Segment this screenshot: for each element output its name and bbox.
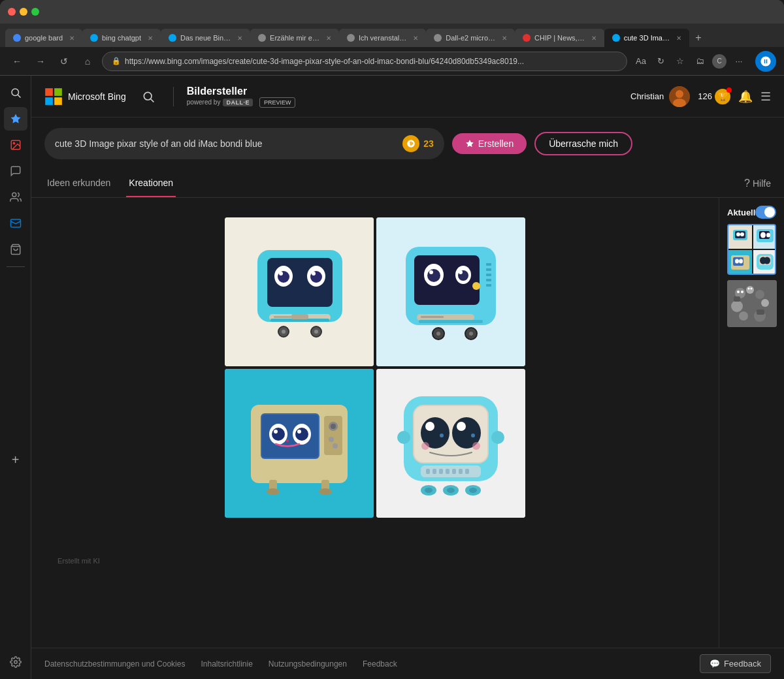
sidebar-shopping-icon[interactable]	[4, 238, 27, 261]
maximize-button[interactable]	[31, 8, 39, 16]
tab-kreationen[interactable]: Kreationen	[126, 170, 176, 197]
notification-bell-icon[interactable]: 🔔	[738, 89, 753, 104]
svg-point-64	[295, 428, 308, 441]
close-button[interactable]	[8, 8, 16, 16]
user-avatar[interactable]	[669, 86, 690, 107]
footer-feedback-link[interactable]: Feedback	[363, 659, 397, 669]
search-bar-section: cute 3D Image pixar style of an old iMac…	[31, 118, 784, 170]
collections-icon[interactable]: 🗂	[691, 53, 708, 70]
svg-point-138	[748, 288, 750, 290]
svg-point-132	[739, 311, 748, 321]
tab-close-icon[interactable]: ✕	[591, 35, 596, 42]
ueberrasche-button[interactable]: Überrasche mich	[534, 132, 632, 155]
svg-point-7	[14, 661, 17, 664]
svg-point-3	[13, 142, 14, 144]
svg-rect-40	[486, 279, 491, 281]
help-link[interactable]: ? Hilfe	[744, 178, 771, 189]
feedback-button[interactable]: 💬 Feedback	[700, 654, 771, 673]
tab-ideen-label: Ideen erkunden	[47, 178, 110, 188]
back-button[interactable]: ←	[8, 52, 26, 71]
gallery-main: Erstellt mit KI	[31, 198, 719, 648]
erstellen-button[interactable]: Erstellen	[452, 133, 527, 154]
tab-erzahle[interactable]: Erzähle mir e… ✕	[250, 29, 339, 47]
svg-point-118	[735, 259, 739, 264]
trophy-notification-dot	[727, 87, 732, 93]
coin-count: 23	[423, 138, 434, 149]
hamburger-menu-icon[interactable]: ☰	[760, 89, 771, 104]
image-cell-4[interactable]	[376, 369, 525, 518]
thumb-1[interactable]	[728, 225, 752, 249]
tab-close-icon[interactable]: ✕	[148, 35, 153, 42]
sidebar-outlook-icon[interactable]	[4, 212, 27, 235]
sidebar-images-icon[interactable]	[4, 133, 27, 157]
sidebar-copilot-icon[interactable]	[4, 107, 27, 131]
tab-close-icon[interactable]: ✕	[502, 35, 507, 42]
thumb-4[interactable]	[753, 250, 776, 274]
previous-generation-thumbnail[interactable]	[727, 280, 777, 327]
svg-point-102	[425, 488, 433, 493]
tab-google-bard[interactable]: google bard ✕	[5, 29, 82, 47]
search-button[interactable]	[137, 85, 160, 108]
tab-bing-chatgpt[interactable]: bing chatgpt ✕	[82, 29, 161, 47]
svg-point-56	[469, 332, 473, 336]
minimize-button[interactable]	[20, 8, 27, 16]
footer-terms[interactable]: Nutzungsbedingungen	[269, 659, 347, 669]
refresh-page-icon[interactable]: ↻	[652, 53, 669, 70]
tab-close-icon[interactable]: ✕	[237, 35, 242, 42]
footer: Datenschutzbestimmungen und Cookies Inha…	[31, 648, 784, 679]
forward-button[interactable]: →	[31, 52, 50, 71]
svg-rect-37	[486, 263, 491, 266]
thumbnail-grid[interactable]	[727, 224, 776, 275]
sidebar-add-icon[interactable]: +	[4, 449, 27, 472]
home-button[interactable]: ⌂	[78, 52, 97, 71]
svg-point-96	[491, 431, 504, 444]
svg-point-97	[421, 442, 429, 450]
sidebar-people-icon[interactable]	[4, 185, 27, 209]
url-bar[interactable]: 🔒 https://www.bing.com/images/create/cut…	[102, 52, 627, 71]
tab-das-neue-bing[interactable]: Das neue Bin… ✕	[161, 29, 250, 47]
image-cell-3[interactable]	[225, 369, 374, 518]
tab-ideen-erkunden[interactable]: Ideen erkunden	[44, 170, 113, 197]
tab-chip[interactable]: CHIP | News,… ✕	[515, 29, 604, 47]
tab-close-icon[interactable]: ✕	[69, 35, 74, 42]
search-input[interactable]: cute 3D Image pixar style of an old iMac…	[55, 138, 397, 149]
favorites-icon[interactable]: ☆	[672, 53, 689, 70]
aktuell-toggle[interactable]	[755, 206, 776, 219]
user-profile-icon[interactable]: C	[711, 53, 728, 70]
svg-point-45	[427, 269, 440, 282]
refresh-button[interactable]: ↺	[55, 52, 73, 71]
tab-close-icon[interactable]: ✕	[676, 35, 681, 42]
tab-close-icon[interactable]: ✕	[413, 35, 418, 42]
tab-ich-veranstalte[interactable]: Ich veranstal… ✕	[339, 29, 426, 47]
coin-section: 23	[402, 135, 434, 152]
browser-frame: google bard ✕ bing chatgpt ✕ Das neue Bi…	[0, 0, 784, 679]
footer-guidelines[interactable]: Inhaltsrichtlinie	[201, 659, 252, 669]
image-cell-1[interactable]	[225, 217, 374, 366]
svg-point-119	[739, 259, 743, 264]
read-aloud-icon[interactable]: Aa	[632, 53, 649, 70]
svg-point-128	[755, 290, 764, 299]
sidebar-search-icon[interactable]	[4, 81, 27, 104]
tab-close-icon[interactable]: ✕	[326, 35, 331, 42]
bing-copilot-icon[interactable]	[755, 51, 776, 72]
svg-rect-34	[291, 314, 308, 319]
svg-point-109	[740, 232, 744, 236]
tab-dall-e2[interactable]: Dall-e2 micro… ✕	[426, 29, 515, 47]
thumb-3[interactable]	[728, 250, 752, 274]
right-panel: Aktuell	[719, 198, 784, 648]
svg-point-47	[429, 270, 433, 274]
tab-label: CHIP | News,…	[534, 34, 585, 42]
sidebar-chat-icon[interactable]	[4, 159, 27, 183]
nav-tabs: Ideen erkunden Kreationen ? Hilfe	[31, 170, 784, 198]
svg-point-83	[425, 422, 434, 431]
more-options-icon[interactable]: ···	[730, 53, 747, 70]
svg-rect-90	[439, 469, 443, 474]
thumb-2[interactable]	[753, 225, 776, 249]
new-tab-button[interactable]: +	[689, 29, 708, 47]
image-cell-2[interactable]	[376, 217, 525, 366]
search-bar[interactable]: cute 3D Image pixar style of an old iMac…	[44, 128, 444, 159]
svg-point-103	[447, 488, 455, 493]
footer-privacy[interactable]: Datenschutzbestimmungen und Cookies	[44, 659, 185, 669]
tab-cute-3d[interactable]: cute 3D Ima… ✕	[604, 29, 689, 47]
sidebar-settings-icon[interactable]	[4, 650, 27, 674]
